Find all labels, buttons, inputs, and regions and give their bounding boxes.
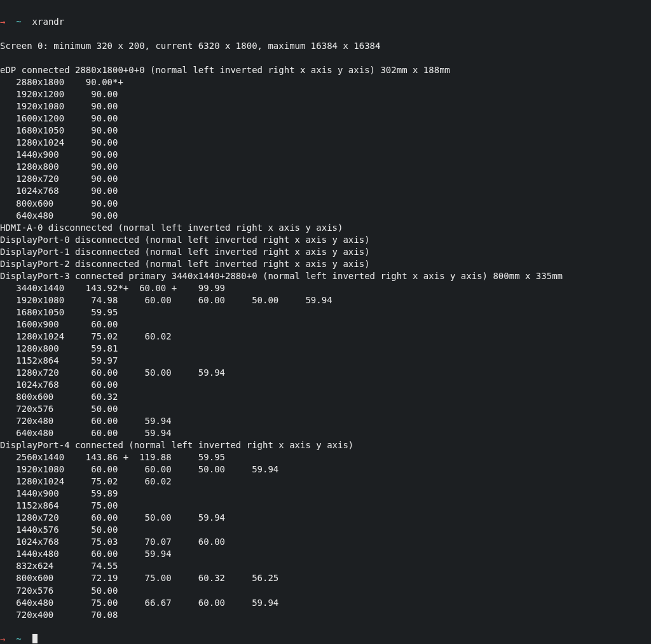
terminal[interactable]: → ~ xrandr Screen 0: minimum 320 x 200, … bbox=[0, 0, 651, 644]
mode-line: 1280x720 60.00 50.00 59.94 bbox=[0, 367, 651, 379]
mode-line: 2560x1440 143.86 + 119.88 59.95 bbox=[0, 451, 651, 463]
prompt-cwd: ~ bbox=[16, 17, 21, 27]
prompt-arrow-icon: → bbox=[0, 634, 5, 644]
mode-line: 800x600 60.32 bbox=[0, 391, 651, 403]
mode-line: 2880x1800 90.00*+ bbox=[0, 76, 651, 88]
output-header: DisplayPort-2 disconnected (normal left … bbox=[0, 258, 651, 270]
cursor-icon bbox=[32, 634, 38, 643]
mode-line: 1440x900 90.00 bbox=[0, 149, 651, 161]
mode-line: 800x600 90.00 bbox=[0, 198, 651, 210]
mode-line: 1280x800 59.81 bbox=[0, 343, 651, 355]
output-header: DisplayPort-3 connected primary 3440x144… bbox=[0, 270, 651, 282]
prompt-arrow-icon: → bbox=[0, 17, 5, 27]
mode-line: 1024x768 90.00 bbox=[0, 185, 651, 197]
mode-line: 1920x1080 74.98 60.00 60.00 50.00 59.94 bbox=[0, 294, 651, 306]
mode-line: 1280x800 90.00 bbox=[0, 161, 651, 173]
output-header: HDMI-A-0 disconnected (normal left inver… bbox=[0, 222, 651, 234]
output-header: DisplayPort-1 disconnected (normal left … bbox=[0, 246, 651, 258]
mode-line: 1280x720 60.00 50.00 59.94 bbox=[0, 512, 651, 524]
mode-line: 1280x720 90.00 bbox=[0, 173, 651, 185]
mode-line: 832x624 74.55 bbox=[0, 560, 651, 572]
mode-line: 800x600 72.19 75.00 60.32 56.25 bbox=[0, 572, 651, 584]
mode-line: 1440x576 50.00 bbox=[0, 524, 651, 536]
mode-line: 1680x1050 59.95 bbox=[0, 306, 651, 319]
output-header: DisplayPort-4 connected (normal left inv… bbox=[0, 439, 651, 451]
mode-line: 1920x1200 90.00 bbox=[0, 88, 651, 100]
mode-line: 720x400 70.08 bbox=[0, 609, 651, 621]
mode-line: 640x480 60.00 59.94 bbox=[0, 427, 651, 439]
mode-line: 1600x900 60.00 bbox=[0, 319, 651, 331]
prompt-line-2[interactable]: → ~ bbox=[0, 633, 651, 644]
output-header: DisplayPort-0 disconnected (normal left … bbox=[0, 234, 651, 246]
mode-line: 720x480 60.00 59.94 bbox=[0, 415, 651, 427]
mode-line: 1024x768 75.03 70.07 60.00 bbox=[0, 536, 651, 548]
mode-line: 720x576 50.00 bbox=[0, 403, 651, 415]
prompt-cwd: ~ bbox=[16, 634, 21, 644]
mode-line: 1024x768 60.00 bbox=[0, 379, 651, 391]
command-text: xrandr bbox=[32, 17, 65, 27]
mode-line: 3440x1440 143.92*+ 60.00 + 99.99 bbox=[0, 282, 651, 294]
mode-line: 1152x864 75.00 bbox=[0, 500, 651, 512]
screen-info-line: Screen 0: minimum 320 x 200, current 632… bbox=[0, 40, 651, 52]
xrandr-output: eDP connected 2880x1800+0+0 (normal left… bbox=[0, 64, 651, 620]
mode-line: 1280x1024 90.00 bbox=[0, 137, 651, 149]
mode-line: 1600x1200 90.00 bbox=[0, 113, 651, 125]
mode-line: 1440x480 60.00 59.94 bbox=[0, 548, 651, 560]
mode-line: 640x480 90.00 bbox=[0, 210, 651, 222]
mode-line: 1280x1024 75.02 60.02 bbox=[0, 331, 651, 343]
mode-line: 1920x1080 60.00 60.00 50.00 59.94 bbox=[0, 463, 651, 476]
mode-line: 1152x864 59.97 bbox=[0, 355, 651, 367]
output-header: eDP connected 2880x1800+0+0 (normal left… bbox=[0, 64, 651, 76]
mode-line: 1680x1050 90.00 bbox=[0, 125, 651, 137]
mode-line: 1440x900 59.89 bbox=[0, 488, 651, 500]
mode-line: 640x480 75.00 66.67 60.00 59.94 bbox=[0, 597, 651, 609]
mode-line: 720x576 50.00 bbox=[0, 585, 651, 597]
prompt-line: → ~ xrandr bbox=[0, 16, 651, 28]
mode-line: 1280x1024 75.02 60.02 bbox=[0, 476, 651, 488]
mode-line: 1920x1080 90.00 bbox=[0, 100, 651, 113]
